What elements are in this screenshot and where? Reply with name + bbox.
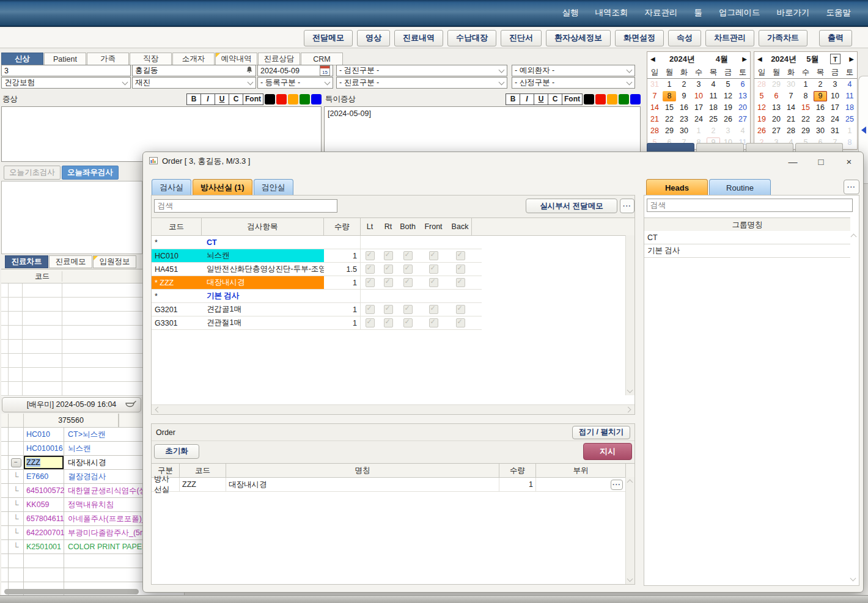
position-checkbox[interactable]: [403, 251, 413, 260]
format-font-button[interactable]: Font: [243, 93, 263, 105]
calendar-day[interactable]: 8: [663, 91, 676, 101]
scroll-down-icon[interactable]: [850, 576, 856, 582]
order-dept-tab-1[interactable]: 방사선실 (1): [193, 179, 252, 196]
menu-item-1[interactable]: 내역조회: [595, 7, 628, 18]
calendar-day[interactable]: 19: [755, 114, 768, 125]
exam-search-input[interactable]: [154, 199, 337, 213]
exam-row[interactable]: *기본 검사: [152, 290, 482, 303]
calendar-day[interactable]: 30: [677, 126, 691, 136]
patient-tab-6[interactable]: 진료상담: [258, 53, 300, 65]
calendar-day[interactable]: 11: [707, 91, 720, 101]
format-i-button[interactable]: I: [520, 93, 534, 105]
calendar-day[interactable]: 29: [770, 79, 783, 90]
order-row[interactable]: 방사선실ZZZ대장내시경1···: [152, 478, 634, 492]
calendar-day[interactable]: 22: [663, 114, 676, 125]
menu-item-6[interactable]: 도움말: [826, 7, 851, 18]
calendar-day[interactable]: 10: [692, 91, 705, 101]
calendar-day[interactable]: 26: [721, 114, 735, 125]
position-checkbox[interactable]: [403, 265, 413, 274]
calendar-day[interactable]: 22: [799, 114, 812, 125]
format-u-button[interactable]: U: [215, 93, 229, 105]
color-swatch-2[interactable]: [288, 94, 298, 104]
group-row-0[interactable]: CT: [644, 231, 850, 244]
position-checkbox[interactable]: [456, 251, 465, 260]
insurance-select[interactable]: 건강보험: [1, 77, 131, 89]
calendar-day[interactable]: 17: [828, 103, 842, 113]
calendar-day[interactable]: 23: [814, 114, 827, 125]
calendar-day[interactable]: 24: [692, 114, 705, 125]
position-checkbox[interactable]: [384, 278, 393, 287]
calendar-day[interactable]: 2: [677, 79, 691, 90]
menu-item-4[interactable]: 업그레이드: [719, 7, 760, 18]
calendar-day[interactable]: 18: [843, 103, 856, 113]
calendar-day[interactable]: 8: [843, 137, 856, 148]
close-button[interactable]: ×: [835, 153, 863, 170]
calendar-day[interactable]: 11: [843, 91, 856, 101]
exam-row[interactable]: *CT: [152, 236, 482, 249]
calendar-day[interactable]: 5: [721, 79, 735, 90]
calendar-day[interactable]: 3: [692, 79, 705, 90]
position-checkbox[interactable]: [403, 318, 413, 327]
toolbar-button-9[interactable]: 가족차트: [759, 30, 807, 46]
patient-tab-2[interactable]: 가족: [87, 53, 129, 65]
toolbar-button-5[interactable]: 환자상세정보: [546, 30, 611, 46]
calendar-day[interactable]: 31: [648, 79, 661, 90]
position-checkbox[interactable]: [384, 305, 393, 314]
calendar-prev-button[interactable]: ◀: [757, 56, 766, 62]
dept-memo-button[interactable]: 실시부서 전달메모: [526, 199, 617, 213]
calendar-day[interactable]: 30: [784, 79, 798, 90]
minimize-button[interactable]: —: [779, 153, 807, 170]
calendar-day[interactable]: 4: [736, 126, 749, 136]
calendar-day[interactable]: 6: [736, 79, 749, 90]
calendar-day[interactable]: 21: [648, 114, 661, 125]
chart-tab-1[interactable]: 진료메모: [49, 255, 92, 268]
calendar-day[interactable]: 27: [736, 114, 749, 125]
reset-button[interactable]: 초기화: [154, 444, 199, 459]
calendar-day[interactable]: 14: [648, 103, 661, 113]
toolbar-button-7[interactable]: 속성: [668, 30, 701, 46]
color-swatch-3[interactable]: [619, 94, 629, 104]
submit-order-button[interactable]: 지시: [583, 443, 632, 460]
group-tab-0[interactable]: Heads: [646, 179, 708, 196]
calendar-day[interactable]: 29: [799, 126, 812, 136]
format-c-button[interactable]: C: [548, 93, 562, 105]
position-checkbox[interactable]: [429, 318, 438, 327]
exam-more-button[interactable]: ···: [620, 199, 634, 213]
calendar-day[interactable]: 4: [707, 79, 720, 90]
color-swatch-3[interactable]: [300, 94, 310, 104]
calendar-day[interactable]: 17: [692, 103, 705, 113]
color-swatch-4[interactable]: [311, 94, 322, 104]
calendar-day[interactable]: 25: [843, 114, 856, 125]
format-font-button[interactable]: Font: [562, 93, 583, 105]
chart-tab-2[interactable]: 입원정보: [93, 255, 136, 268]
color-swatch-2[interactable]: [607, 94, 617, 104]
position-checkbox[interactable]: [456, 305, 465, 314]
patient-tab-4[interactable]: 소개자: [172, 53, 215, 65]
position-checkbox[interactable]: [384, 265, 393, 274]
group-search-input[interactable]: [647, 199, 853, 212]
exam-row[interactable]: G3201견갑골1매1: [152, 303, 482, 316]
calendar-day[interactable]: 19: [721, 103, 735, 113]
calendar-day[interactable]: 1: [799, 79, 812, 90]
toolbar-button-2[interactable]: 진료내역: [394, 30, 443, 46]
patient-name-input[interactable]: [135, 67, 246, 75]
calendar-day[interactable]: 18: [707, 103, 720, 113]
position-checkbox[interactable]: [366, 265, 375, 274]
calendar-day[interactable]: 9: [814, 91, 827, 101]
chart-tab-0[interactable]: 진료차트: [5, 255, 48, 268]
visit-type-select[interactable]: 재진: [132, 77, 256, 89]
color-swatch-1[interactable]: [276, 94, 287, 104]
position-checkbox[interactable]: [366, 251, 375, 260]
calendar-day[interactable]: 20: [736, 103, 749, 113]
calendar-day[interactable]: 1: [663, 79, 676, 90]
chart-no-field[interactable]: [1, 65, 131, 76]
order-dept-tab-2[interactable]: 검안실: [254, 179, 293, 196]
calendar-day[interactable]: 16: [814, 103, 827, 113]
order-dept-tab-0[interactable]: 검사실: [152, 179, 191, 196]
toolbar-button-0[interactable]: 전달메모: [304, 30, 353, 46]
color-swatch-0[interactable]: [584, 94, 594, 104]
format-c-button[interactable]: C: [229, 93, 243, 105]
exam-row[interactable]: HA451일반전산화단층영상진단-두부-조영제1.5: [152, 263, 482, 276]
exam-row[interactable]: * ZZZ대장내시경1: [152, 276, 482, 290]
calendar-day[interactable]: 23: [677, 114, 691, 125]
